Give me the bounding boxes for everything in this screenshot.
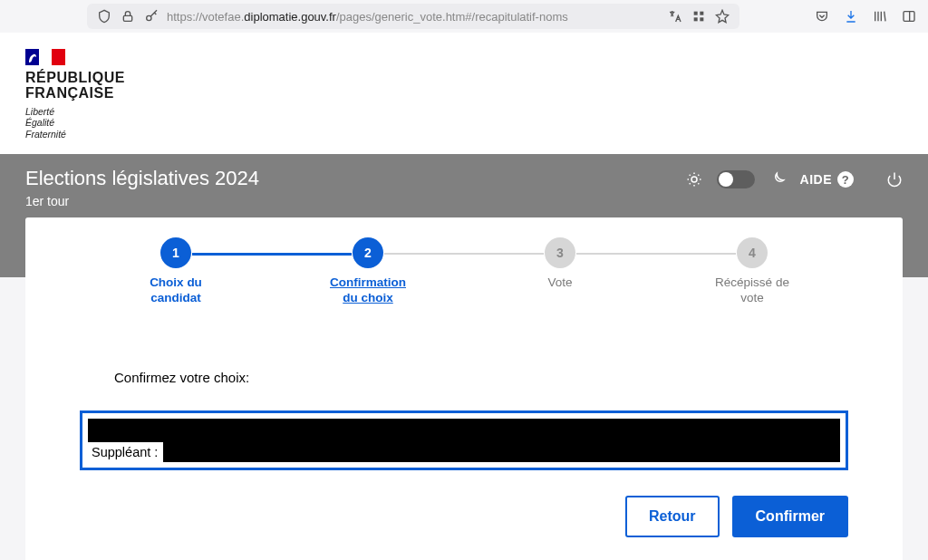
svg-rect-3 — [700, 12, 703, 15]
svg-rect-0 — [123, 15, 131, 21]
marianne-icon — [27, 50, 38, 63]
help-button[interactable]: AIDE ? — [800, 171, 854, 188]
translate-icon[interactable] — [667, 8, 683, 24]
stepper: 1 Choix ducandidat 2 Confirmationdu choi… — [80, 237, 848, 306]
action-row: Retour Confirmer — [80, 496, 848, 537]
suppleant-label: Suppléant : — [88, 442, 163, 462]
confirm-prompt: Confirmez votre choix: — [114, 370, 814, 385]
svg-rect-5 — [700, 17, 703, 21]
grid-icon[interactable] — [691, 8, 707, 24]
lock-icon — [120, 8, 136, 24]
candidate-selection: Suppléant : — [80, 410, 848, 470]
back-button[interactable]: Retour — [625, 496, 720, 537]
step-1-label: Choix ducandidat — [80, 275, 272, 306]
urlbar-box[interactable]: https://votefae.diplomatie.gouv.fr/pages… — [87, 4, 740, 29]
app-titlebar: Elections législatives 2024 1er tour AID… — [0, 154, 928, 217]
election-title: Elections législatives 2024 — [25, 167, 686, 190]
step-1[interactable]: 1 Choix ducandidat — [80, 237, 272, 306]
rf-motto: LibertéÉgalitéFraternité — [25, 106, 903, 140]
moon-icon — [769, 171, 786, 188]
rf-title: RÉPUBLIQUEFRANÇAISE — [25, 71, 903, 101]
svg-rect-2 — [694, 12, 698, 15]
step-4: 4 Récépissé devote — [656, 237, 848, 306]
download-icon[interactable] — [843, 8, 859, 24]
main-card: 1 Choix ducandidat 2 Confirmationdu choi… — [25, 217, 903, 560]
svg-rect-4 — [694, 17, 698, 21]
step-2[interactable]: 2 Confirmationdu choix — [272, 237, 464, 306]
rf-flag — [25, 49, 65, 65]
sidebar-icon[interactable] — [901, 8, 917, 24]
browser-urlbar: https://votefae.diplomatie.gouv.fr/pages… — [0, 0, 928, 33]
help-icon: ? — [837, 171, 854, 188]
step-2-circle: 2 — [353, 237, 383, 268]
theme-toggle[interactable] — [717, 170, 755, 188]
step-3-label: Vote — [464, 275, 656, 291]
shield-icon — [96, 8, 112, 24]
key-icon — [143, 8, 160, 24]
help-label: AIDE — [800, 172, 832, 187]
confirm-button[interactable]: Confirmer — [732, 496, 848, 537]
library-icon[interactable] — [872, 8, 888, 24]
step-1-circle: 1 — [160, 237, 191, 268]
logout-button[interactable] — [886, 171, 903, 188]
step-3-circle: 3 — [545, 237, 575, 268]
stepper-connector-3 — [576, 253, 736, 255]
stepper-connector-1 — [192, 253, 352, 256]
rf-logo: RÉPUBLIQUEFRANÇAISE LibertéÉgalitéFrater… — [25, 49, 903, 140]
gov-header: RÉPUBLIQUEFRANÇAISE LibertéÉgalitéFrater… — [0, 33, 928, 154]
svg-point-7 — [691, 177, 697, 182]
step-3: 3 Vote — [464, 237, 656, 291]
svg-point-1 — [147, 15, 151, 20]
candidate-name-redacted — [88, 419, 840, 442]
star-icon[interactable] — [714, 8, 730, 24]
url-text: https://votefae.diplomatie.gouv.fr/pages… — [167, 10, 660, 24]
urlbar-actions — [814, 8, 917, 24]
election-round: 1er tour — [25, 194, 686, 208]
step-4-circle: 4 — [737, 237, 768, 268]
stepper-connector-2 — [384, 253, 544, 255]
sun-icon — [686, 171, 702, 188]
step-2-label: Confirmationdu choix — [272, 275, 464, 306]
pocket-icon[interactable] — [814, 8, 830, 24]
step-4-label: Récépissé devote — [656, 275, 848, 306]
suppleant-name-redacted — [163, 442, 840, 462]
